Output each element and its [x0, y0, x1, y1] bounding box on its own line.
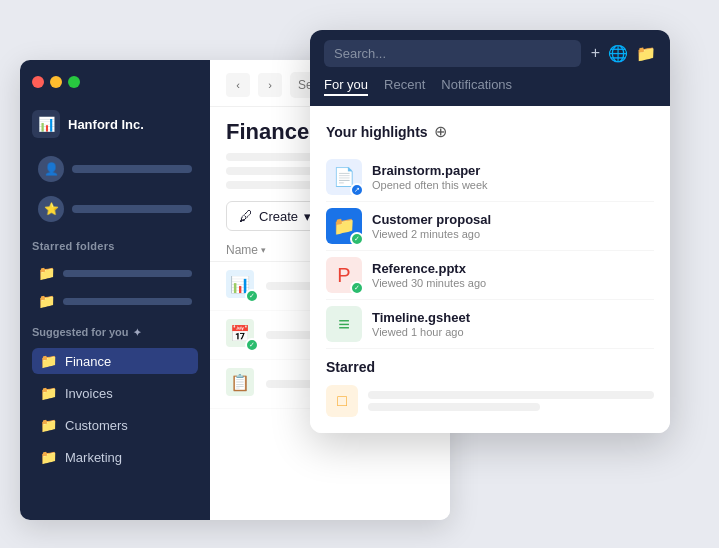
fullscreen-button[interactable] [68, 76, 80, 88]
hi-badge-blue-1: ↗ [350, 183, 364, 197]
forward-button[interactable]: › [258, 73, 282, 97]
hi-icon-sheet: ≡ [326, 306, 362, 342]
sidebar-item-finance[interactable]: 📁 Finance [32, 348, 198, 374]
workspace-name: Hanford Inc. [68, 117, 144, 132]
folder-header-icon[interactable]: 📁 [636, 44, 656, 63]
dropdown-tabs: For you Recent Notifications [310, 77, 670, 106]
user-avatar-1: 👤 [38, 156, 64, 182]
hi-badge-green-3: ✓ [350, 281, 364, 295]
starred-item-1[interactable]: 📁 [32, 262, 198, 284]
create-label: Create [259, 209, 298, 224]
starred-label: Starred folders [32, 240, 198, 252]
hi-icon-paper: 📄 ↗ [326, 159, 362, 195]
hi-icon-folder: 📁 ✓ [326, 208, 362, 244]
hi-icon-ppt: P ✓ [326, 257, 362, 293]
folder-icon-finance: 📁 [40, 353, 57, 369]
hi-badge-green-2: ✓ [350, 232, 364, 246]
starred-bar-half [368, 403, 540, 411]
hi-info-2: Customer proposal Viewed 2 minutes ago [372, 212, 654, 240]
sidebar: 📊 Hanford Inc. 👤 ⭐ Starred folders 📁 📁 S… [20, 60, 210, 520]
file-icon-3: 📋 [226, 368, 254, 396]
highlight-item-4[interactable]: ≡ Timeline.gsheet Viewed 1 hour ago [326, 300, 654, 349]
folder-icon-marketing: 📁 [40, 449, 57, 465]
starred-bar-1 [63, 270, 192, 277]
highlight-item-1[interactable]: 📄 ↗ Brainstorm.paper Opened often this w… [326, 153, 654, 202]
starred-bar-full [368, 391, 654, 399]
hi-info-4: Timeline.gsheet Viewed 1 hour ago [372, 310, 654, 338]
traffic-lights [32, 76, 198, 88]
back-button[interactable]: ‹ [226, 73, 250, 97]
sidebar-item-invoices[interactable]: 📁 Invoices [32, 380, 198, 406]
file-badge-1: ✓ [245, 289, 259, 303]
highlights-header: Your highlights ⊕ [326, 122, 654, 141]
hi-name-1: Brainstorm.paper [372, 163, 654, 178]
user-row-2[interactable]: ⭐ [32, 192, 198, 226]
hi-info-3: Reference.pptx Viewed 30 minutes ago [372, 261, 654, 289]
folder-icon-2: 📁 [38, 293, 55, 309]
file-badge-2: ✓ [245, 338, 259, 352]
hi-sub-4: Viewed 1 hour ago [372, 326, 654, 338]
highlights-plus-icon[interactable]: ⊕ [434, 122, 447, 141]
suggested-label: Suggested for you ✦ [32, 326, 198, 338]
starred-file-icon: □ [326, 385, 358, 417]
starred-section: Starred □ [326, 359, 654, 417]
folder-icon-1: 📁 [38, 265, 55, 281]
plus-header-icon[interactable]: + [591, 44, 600, 63]
starred-item-2[interactable]: 📁 [32, 290, 198, 312]
tab-for-you[interactable]: For you [324, 77, 368, 96]
hi-name-3: Reference.pptx [372, 261, 654, 276]
hi-sub-3: Viewed 30 minutes ago [372, 277, 654, 289]
file-icon-cell-3: 📋 [226, 368, 258, 400]
user-avatar-2: ⭐ [38, 196, 64, 222]
sparkle-icon: ✦ [133, 327, 141, 338]
folder-icon-invoices: 📁 [40, 385, 57, 401]
workspace-row[interactable]: 📊 Hanford Inc. [32, 110, 198, 138]
globe-icon[interactable]: 🌐 [608, 44, 628, 63]
minimize-button[interactable] [50, 76, 62, 88]
dropdown-search-input[interactable] [324, 40, 581, 67]
create-icon: 🖊 [239, 208, 253, 224]
close-button[interactable] [32, 76, 44, 88]
file-icon-cell-2: 📅 ✓ [226, 319, 258, 351]
sort-icon: ▾ [261, 245, 266, 255]
starred-row[interactable]: □ [326, 385, 654, 417]
tab-recent[interactable]: Recent [384, 77, 425, 96]
hi-name-4: Timeline.gsheet [372, 310, 654, 325]
sidebar-item-marketing[interactable]: 📁 Marketing [32, 444, 198, 470]
hi-sub-2: Viewed 2 minutes ago [372, 228, 654, 240]
highlights-title: Your highlights [326, 124, 428, 140]
tab-notifications[interactable]: Notifications [441, 77, 512, 96]
header-icons: + 🌐 📁 [591, 44, 656, 63]
file-icon-cell-1: 📊 ✓ [226, 270, 258, 302]
user-row-1[interactable]: 👤 [32, 152, 198, 186]
hi-sub-1: Opened often this week [372, 179, 654, 191]
hi-name-2: Customer proposal [372, 212, 654, 227]
starred-bars [368, 391, 654, 411]
sidebar-bar-2 [72, 205, 192, 213]
sidebar-bar-1 [72, 165, 192, 173]
starred-bar-2 [63, 298, 192, 305]
dropdown-body: Your highlights ⊕ 📄 ↗ Brainstorm.paper O… [310, 106, 670, 433]
starred-title: Starred [326, 359, 654, 375]
sidebar-item-customers[interactable]: 📁 Customers [32, 412, 198, 438]
workspace-icon: 📊 [32, 110, 60, 138]
highlight-item-3[interactable]: P ✓ Reference.pptx Viewed 30 minutes ago [326, 251, 654, 300]
dropdown-overlay: + 🌐 📁 For you Recent Notifications Your … [310, 30, 670, 433]
dropdown-header: + 🌐 📁 [310, 30, 670, 77]
folder-icon-customers: 📁 [40, 417, 57, 433]
hi-info-1: Brainstorm.paper Opened often this week [372, 163, 654, 191]
highlight-item-2[interactable]: 📁 ✓ Customer proposal Viewed 2 minutes a… [326, 202, 654, 251]
